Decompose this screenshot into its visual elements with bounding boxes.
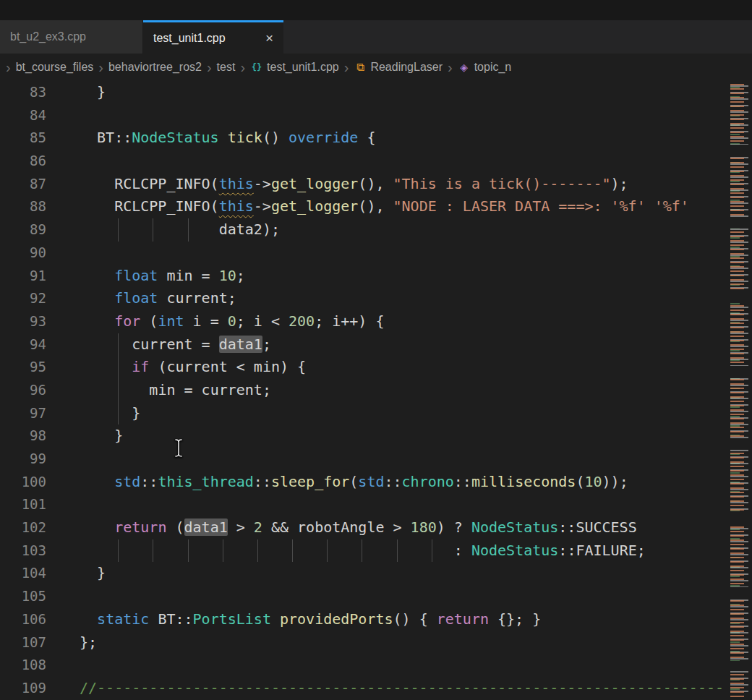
line-number[interactable]: 86 — [0, 150, 46, 173]
code-line[interactable]: 91 float min = 10; — [0, 265, 752, 288]
code-line[interactable]: 106 static BT::PortsList providedPorts()… — [0, 608, 752, 631]
code-line[interactable]: 90 — [0, 242, 752, 265]
code-text[interactable]: │ if (current < min) { — [46, 356, 306, 379]
code-text[interactable]: BT::NodeStatus tick() override { — [46, 127, 375, 150]
line-number[interactable]: 88 — [0, 195, 46, 218]
code-line[interactable]: 108 — [0, 654, 752, 677]
code-line[interactable]: 95 │ if (current < min) { — [0, 356, 752, 379]
line-number[interactable]: 98 — [0, 424, 46, 448]
chevron-right-icon: › — [448, 60, 453, 74]
breadcrumb-item[interactable]: topic_n — [474, 61, 512, 74]
line-number[interactable]: 85 — [0, 127, 46, 150]
code-text[interactable]: RCLCPP_INFO(this->get_logger(), "NODE : … — [46, 195, 689, 218]
line-number[interactable]: 94 — [0, 333, 46, 357]
code-text[interactable] — [46, 242, 80, 265]
tab-test_unit1-cpp[interactable]: test_unit1.cpp × — [143, 20, 283, 54]
line-number[interactable]: 106 — [0, 608, 46, 631]
line-number[interactable]: 83 — [0, 81, 46, 104]
code-line[interactable]: 109//-----------------------------------… — [0, 677, 752, 700]
breadcrumb-item[interactable]: test_unit1.cpp — [267, 61, 339, 74]
code-text[interactable]: } — [46, 562, 106, 585]
code-line[interactable]: 96 │ min = current; — [0, 379, 752, 402]
code-token: :: — [384, 473, 401, 490]
code-text[interactable]: static BT::PortsList providedPorts() { r… — [46, 608, 541, 631]
line-number[interactable]: 92 — [0, 287, 46, 310]
code-text[interactable]: for (int i = 0; i < 200; i++) { — [46, 310, 384, 333]
line-number[interactable]: 99 — [0, 448, 46, 471]
minimap[interactable] — [729, 81, 752, 700]
code-line[interactable]: 93 for (int i = 0; i < 200; i++) { — [0, 310, 752, 333]
code-text[interactable]: } — [46, 424, 123, 448]
code-token: ; — [262, 336, 271, 353]
code-token: //--------------------------------------… — [80, 679, 724, 696]
code-line[interactable]: 105 — [0, 585, 752, 608]
code-text[interactable] — [46, 104, 80, 127]
code-line[interactable]: 85 BT::NodeStatus tick() override { — [0, 127, 752, 150]
code-text[interactable]: float current; — [46, 287, 236, 310]
code-text[interactable]: │ │ │ │ │ │ │ │ │ │ : NodeStatus::FAILUR… — [46, 539, 646, 563]
line-number[interactable]: 102 — [0, 516, 46, 539]
breadcrumb-item[interactable]: test — [217, 61, 236, 74]
code-text[interactable] — [46, 585, 80, 608]
code-token — [193, 221, 219, 238]
code-line[interactable]: 97 │ } — [0, 402, 752, 425]
breadcrumb-item[interactable]: bt_course_files — [16, 61, 94, 74]
code-text[interactable]: //--------------------------------------… — [46, 677, 724, 700]
code-text[interactable]: │ min = current; — [46, 379, 271, 402]
code-text[interactable] — [46, 448, 80, 471]
line-number[interactable]: 108 — [0, 654, 46, 677]
line-number[interactable]: 89 — [0, 218, 46, 242]
code-line[interactable]: 107}; — [0, 631, 752, 654]
code-text[interactable]: }; — [46, 631, 97, 654]
code-line[interactable]: 87 RCLCPP_INFO(this->get_logger(), "This… — [0, 173, 752, 196]
code-text[interactable]: } — [46, 81, 106, 104]
line-number[interactable]: 90 — [0, 242, 46, 265]
code-text[interactable]: │ current = data1; — [46, 333, 271, 357]
code-line[interactable]: 94 │ current = data1; — [0, 333, 752, 357]
code-text[interactable]: float min = 10; — [46, 265, 245, 288]
code-line[interactable]: 84 — [0, 104, 752, 127]
breadcrumb-item[interactable]: behaviortree_ros2 — [108, 61, 202, 74]
code-line[interactable]: 103 │ │ │ │ │ │ │ │ │ │ : NodeStatus::FA… — [0, 539, 752, 563]
code-token: :: — [254, 473, 271, 490]
code-line[interactable]: 100 std::this_thread::sleep_for(std::chr… — [0, 471, 752, 494]
code-text[interactable] — [46, 654, 80, 677]
line-number[interactable]: 97 — [0, 402, 46, 425]
code-line[interactable]: 86 — [0, 150, 752, 173]
line-number[interactable]: 104 — [0, 562, 46, 585]
code-text[interactable] — [46, 493, 80, 516]
code-line[interactable]: 89 │ │ │ data2); — [0, 218, 752, 242]
code-text[interactable]: std::this_thread::sleep_for(std::chrono:… — [46, 471, 628, 494]
line-number[interactable]: 100 — [0, 471, 46, 494]
breadcrumb-item[interactable]: ReadingLaser — [370, 61, 443, 74]
line-number[interactable]: 93 — [0, 310, 46, 333]
code-line[interactable]: 102 return (data1 > 2 && robotAngle > 18… — [0, 516, 752, 539]
code-text[interactable]: │ │ │ data2); — [46, 218, 280, 242]
code-text[interactable]: RCLCPP_INFO(this->get_logger(), "This is… — [46, 173, 628, 196]
line-number[interactable]: 91 — [0, 265, 46, 288]
code-token: for — [114, 312, 140, 330]
line-number[interactable]: 109 — [0, 677, 46, 700]
code-text[interactable] — [46, 150, 80, 173]
code-line[interactable]: 101 — [0, 493, 752, 516]
code-line[interactable]: 104 } — [0, 562, 752, 585]
line-number[interactable]: 84 — [0, 104, 46, 127]
code-line[interactable]: 98 } — [0, 424, 752, 448]
code-line[interactable]: 88 RCLCPP_INFO(this->get_logger(), "NODE… — [0, 195, 752, 218]
line-number[interactable]: 101 — [0, 493, 46, 516]
code-token: "NODE : LASER DATA ===>: '%f' '%f' — [393, 197, 689, 215]
code-line[interactable]: 83 } — [0, 81, 752, 104]
line-number[interactable]: 105 — [0, 585, 46, 608]
line-number[interactable]: 107 — [0, 631, 46, 654]
code-line[interactable]: 99 — [0, 448, 752, 471]
line-number[interactable]: 87 — [0, 173, 46, 196]
tab-bt_u2_ex3-cpp[interactable]: bt_u2_ex3.cpp — [0, 20, 143, 54]
code-text[interactable]: │ } — [46, 402, 140, 425]
line-number[interactable]: 96 — [0, 379, 46, 402]
close-icon[interactable]: × — [265, 31, 273, 45]
line-number[interactable]: 103 — [0, 539, 46, 563]
field-sym-icon — [458, 61, 471, 74]
code-text[interactable]: return (data1 > 2 && robotAngle > 180) ?… — [46, 516, 637, 539]
code-line[interactable]: 92 float current; — [0, 287, 752, 310]
line-number[interactable]: 95 — [0, 356, 46, 379]
